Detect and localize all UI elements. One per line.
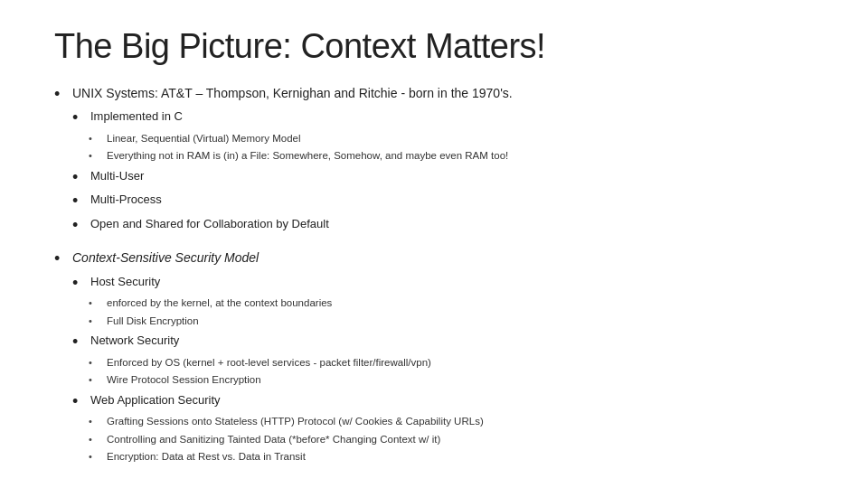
unix-section: • UNIX Systems: AT&T – Thompson, Kernigh…: [54, 84, 814, 105]
enforced-kernel-text: enforced by the kernel, at the context b…: [107, 296, 332, 311]
slide-title: The Big Picture: Context Matters!: [54, 27, 814, 66]
bullet-l2-host: •: [72, 273, 87, 294]
bullet-l3-ram: •: [89, 148, 103, 164]
bullet-l3-fulldisk: •: [89, 314, 103, 330]
open-shared-text: Open and Shared for Collaboration by Def…: [90, 215, 329, 233]
content-area: • UNIX Systems: AT&T – Thompson, Kernigh…: [54, 84, 814, 465]
wire-protocol-item: • Wire Protocol Session Encryption: [89, 372, 814, 389]
network-security-text: Network Security: [90, 332, 179, 350]
multi-process-item: • Multi-Process: [72, 191, 814, 211]
web-app-security-text: Web Application Security: [90, 391, 221, 409]
multi-user-item: • Multi-User: [72, 167, 814, 188]
bullet-l3-encryption: •: [89, 449, 103, 465]
enforced-os-item: • Enforced by OS (kernel + root-level se…: [89, 355, 814, 371]
bullet-l3-linear: •: [89, 131, 103, 147]
multi-user-text: Multi-User: [90, 167, 144, 185]
bullet-l3-grafting: •: [89, 414, 103, 430]
linear-item: • Linear, Sequential (Virtual) Memory Mo…: [89, 131, 814, 147]
bullet-l3-wire: •: [89, 372, 103, 389]
ram-item: • Everything not in RAM is (in) a File: …: [89, 148, 814, 164]
multi-process-text: Multi-Process: [90, 191, 162, 209]
host-security-text: Host Security: [90, 273, 160, 291]
full-disk-text: Full Disk Encryption: [107, 314, 199, 329]
encryption-text: Encryption: Data at Rest vs. Data in Tra…: [107, 449, 306, 465]
bullet-l3-controlling: •: [89, 432, 103, 448]
grafting-item: • Grafting Sessions onto Stateless (HTTP…: [89, 414, 814, 430]
bullet-l3-enforced: •: [89, 296, 103, 312]
bullet-l2-openshared: •: [72, 215, 87, 236]
bullet-l1-unix: •: [54, 84, 69, 105]
bullet-l1-context: •: [54, 249, 69, 269]
context-title: Context-Sensitive Security Model: [72, 249, 259, 267]
unix-title: UNIX Systems: AT&T – Thompson, Kernighan…: [72, 84, 513, 103]
web-app-security-item: • Web Application Security: [72, 391, 814, 412]
wire-protocol-text: Wire Protocol Session Encryption: [107, 372, 261, 388]
encryption-item: • Encryption: Data at Rest vs. Data in T…: [89, 449, 814, 465]
controlling-text: Controlling and Sanitizing Tainted Data …: [107, 432, 440, 447]
controlling-item: • Controlling and Sanitizing Tainted Dat…: [89, 432, 814, 448]
impl-c-text: Implemented in C: [90, 108, 183, 126]
open-shared-item: • Open and Shared for Collaboration by D…: [72, 215, 814, 236]
impl-c-item: • Implemented in C: [72, 108, 814, 128]
bullet-l2-network: •: [72, 332, 87, 352]
enforced-kernel-item: • enforced by the kernel, at the context…: [89, 296, 814, 312]
context-section: • Context-Sensitive Security Model: [54, 249, 814, 269]
bullet-l2-multiprocess: •: [72, 191, 87, 211]
full-disk-item: • Full Disk Encryption: [89, 314, 814, 330]
ram-text: Everything not in RAM is (in) a File: So…: [107, 148, 508, 164]
bullet-l2-multiuser: •: [72, 167, 87, 188]
grafting-text: Grafting Sessions onto Stateless (HTTP) …: [107, 414, 484, 429]
linear-text: Linear, Sequential (Virtual) Memory Mode…: [107, 131, 301, 146]
host-security-item: • Host Security: [72, 273, 814, 294]
enforced-os-text: Enforced by OS (kernel + root-level serv…: [107, 355, 431, 371]
bullet-l2-impl: •: [72, 108, 87, 128]
network-security-item: • Network Security: [72, 332, 814, 352]
slide: The Big Picture: Context Matters! • UNIX…: [0, 0, 868, 488]
bullet-l3-enforcedos: •: [89, 355, 103, 371]
bullet-l2-webapp: •: [72, 391, 87, 412]
